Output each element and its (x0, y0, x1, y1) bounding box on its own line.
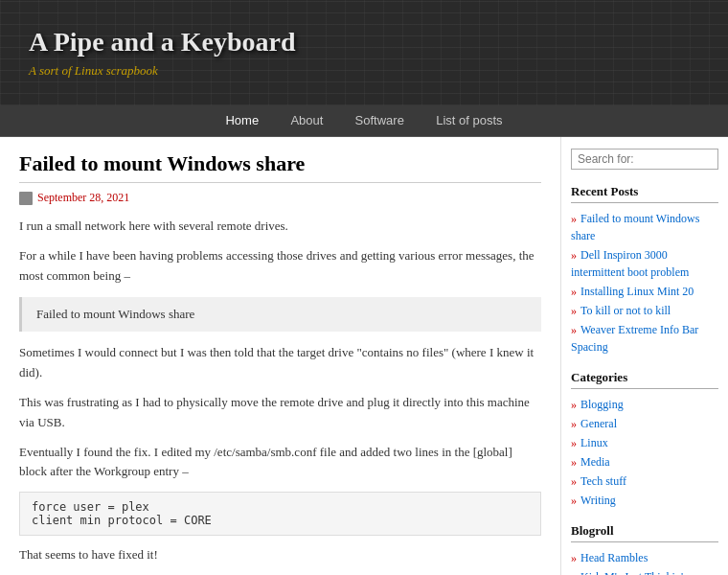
sidebar-recent-posts: Recent Posts Failed to mount Windows sha… (571, 184, 718, 356)
category-link-5[interactable]: Writing (580, 494, 616, 507)
list-item: Linux (571, 433, 718, 452)
page-wrapper: Failed to mount Windows share September … (0, 137, 728, 575)
recent-posts-heading: Recent Posts (571, 184, 718, 203)
post-failed-mount: Failed to mount Windows share September … (19, 151, 541, 575)
site-tagline: A sort of Linux scrapbook (29, 63, 728, 79)
site-title: A Pipe and a Keyboard (29, 27, 728, 58)
list-item: General (571, 414, 718, 433)
calendar-icon-1 (19, 192, 33, 205)
category-link-2[interactable]: Linux (580, 436, 608, 449)
sidebar-categories: Categories Blogging General Linux Media … (571, 370, 718, 510)
recent-post-link-4[interactable]: Weaver Extreme Info Bar Spacing (571, 323, 698, 354)
list-item: Failed to mount Windows share (571, 209, 718, 245)
recent-post-link-0[interactable]: Failed to mount Windows share (571, 212, 699, 242)
categories-heading: Categories (571, 370, 718, 389)
recent-post-link-3[interactable]: To kill or not to kill (580, 304, 671, 317)
list-item: Kirk M's Just Thinkin' (571, 567, 718, 575)
sidebar: Recent Posts Failed to mount Windows sha… (560, 137, 728, 575)
nav-software[interactable]: Software (355, 113, 404, 127)
nav-about[interactable]: About (290, 113, 323, 127)
post-title-link-1[interactable]: Failed to mount Windows share (19, 151, 305, 175)
search-input[interactable] (571, 149, 718, 170)
list-item: Tech stuff (571, 472, 718, 491)
recent-post-link-1[interactable]: Dell Inspiron 3000 intermittent boot pro… (571, 248, 689, 279)
nav-list-of-posts[interactable]: List of posts (436, 113, 502, 127)
category-link-4[interactable]: Tech stuff (580, 474, 626, 488)
blockquote-1: Failed to mount Windows share (19, 297, 541, 332)
category-link-1[interactable]: General (580, 417, 617, 430)
list-item: Media (571, 452, 718, 472)
category-link-0[interactable]: Blogging (580, 398, 624, 411)
blogroll-list: Head Rambles Kirk M's Just Thinkin' Word… (571, 548, 718, 575)
list-item: To kill or not to kill (571, 301, 718, 320)
list-item: Weaver Extreme Info Bar Spacing (571, 320, 718, 356)
nav-home[interactable]: Home (225, 113, 259, 127)
blogroll-link-1[interactable]: Kirk M's Just Thinkin' (580, 570, 683, 575)
sidebar-search-section (571, 149, 718, 170)
categories-list: Blogging General Linux Media Tech stuff … (571, 395, 718, 510)
post-title-1: Failed to mount Windows share (19, 151, 541, 183)
category-link-3[interactable]: Media (580, 455, 610, 469)
sidebar-blogroll: Blogroll Head Rambles Kirk M's Just Thin… (571, 523, 718, 575)
site-header: A Pipe and a Keyboard A sort of Linux sc… (0, 0, 728, 105)
list-item: Head Rambles (571, 548, 718, 567)
list-item: Blogging (571, 395, 718, 414)
list-item: Installing Linux Mint 20 (571, 282, 718, 301)
blogroll-heading: Blogroll (571, 523, 718, 542)
blogroll-link-0[interactable]: Head Rambles (580, 551, 648, 564)
recent-post-link-2[interactable]: Installing Linux Mint 20 (580, 285, 694, 298)
list-item: Writing (571, 491, 718, 510)
main-content: Failed to mount Windows share September … (0, 137, 560, 575)
post-date-1: September 28, 2021 (19, 191, 541, 205)
list-item: Dell Inspiron 3000 intermittent boot pro… (571, 245, 718, 282)
code-block-1: force user = plex client min protocol = … (19, 492, 541, 536)
recent-posts-list: Failed to mount Windows share Dell Inspi… (571, 209, 718, 356)
post-content-1: I run a small network here with several … (19, 217, 541, 565)
main-nav: Home About Software List of posts (0, 105, 728, 137)
